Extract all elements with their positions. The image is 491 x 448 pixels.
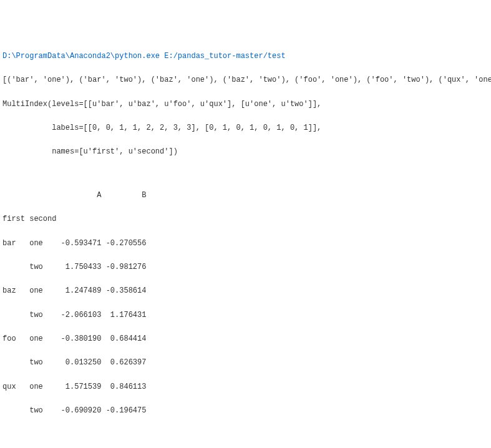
dataframe-row: two 0.013250 0.626397 <box>2 357 489 369</box>
multiindex-line-3: names=[u'first', u'second']) <box>2 146 489 158</box>
dataframe-row: two 1.750433 -0.981276 <box>2 261 489 273</box>
blank-line <box>2 429 489 437</box>
dataframe-row: bar one -0.593471 -0.270556 <box>2 238 489 250</box>
dataframe-header: A B <box>2 190 489 202</box>
tuple-list-output: [('bar', 'one'), ('bar', 'two'), ('baz',… <box>2 74 489 86</box>
multiindex-line-1: MultiIndex(levels=[[u'bar', u'baz', u'fo… <box>2 99 489 110</box>
dataframe-row: baz one 1.247489 -0.358614 <box>2 285 489 297</box>
multiindex-line-2: labels=[[0, 0, 1, 1, 2, 2, 3, 3], [0, 1,… <box>2 122 489 134</box>
dataframe-row: two -2.066103 1.176431 <box>2 309 489 321</box>
dataframe-index-header: first second <box>2 213 489 225</box>
dataframe-row: two -0.690920 -0.196475 <box>2 405 489 417</box>
blank-line <box>2 170 489 178</box>
dataframe-row: foo one -0.380190 0.684414 <box>2 333 489 345</box>
dataframe-row: qux one 1.571539 0.846113 <box>2 381 489 393</box>
script-path: D:\ProgramData\Anaconda2\python.exe E:/p… <box>2 51 489 62</box>
